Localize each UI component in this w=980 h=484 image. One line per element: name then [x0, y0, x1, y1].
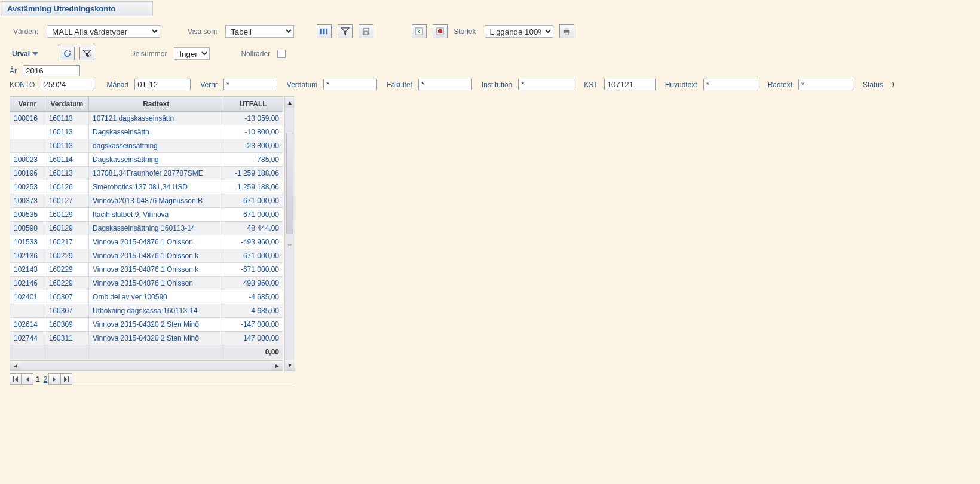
page-first-icon[interactable] — [10, 373, 22, 385]
scroll-down-icon[interactable]: ▾ — [285, 360, 295, 370]
cell-verdatum[interactable]: 160229 — [49, 279, 73, 287]
cell-vernr[interactable]: 100196 — [14, 169, 38, 177]
cell-verdatum[interactable]: 160311 — [49, 334, 73, 342]
cell-radtext[interactable]: Dagskasseinsättn — [93, 128, 149, 136]
visasom-select[interactable]: Tabell — [225, 25, 294, 38]
scroll-thumb[interactable] — [286, 133, 293, 234]
table-row[interactable]: 102136160229Vinnova 2015-04876 1 Ohlsson… — [10, 249, 283, 263]
table-row[interactable]: 160113Dagskasseinsättn-10 800,00 — [10, 125, 283, 139]
cell-radtext[interactable]: Omb del av ver 100590 — [93, 293, 167, 301]
col-verdatum[interactable]: Verdatum — [45, 97, 88, 112]
page-prev-icon[interactable] — [22, 373, 33, 385]
cell-verdatum[interactable]: 160129 — [49, 224, 73, 232]
cell-vernr[interactable]: 100535 — [14, 210, 38, 219]
cell-radtext[interactable]: Dagskasseinsättning — [93, 155, 159, 164]
cell-verdatum[interactable]: 160127 — [49, 197, 73, 205]
table-row[interactable]: 100535160129Itacih slutbet 9, Vinnova671… — [10, 208, 283, 222]
table-row[interactable]: 100023160114Dagskasseinsättning-785,00 — [10, 153, 283, 167]
cell-radtext[interactable]: Utbokning dagskassa 160113-14 — [93, 307, 197, 315]
cell-vernr[interactable]: 102143 — [14, 265, 38, 274]
export-excel-icon[interactable]: X — [412, 24, 427, 38]
table-row[interactable]: 160307Utbokning dagskassa 160113-144 685… — [10, 304, 283, 318]
huvudtext-input[interactable] — [703, 79, 758, 90]
varden-select[interactable]: MALL Alla värdetyper — [47, 25, 160, 38]
scroll-left-icon[interactable]: ◂ — [10, 361, 21, 370]
cell-radtext[interactable]: Vinnova 2015-04320 2 Sten Minö — [93, 334, 199, 342]
cell-verdatum[interactable]: 160309 — [49, 320, 73, 329]
cell-radtext[interactable]: Vinnova2013-04876 Magnusson B — [93, 197, 203, 205]
verdatum-input[interactable] — [323, 79, 377, 90]
table-row[interactable]: 100016160113107121 dagskasseinsättn-13 0… — [10, 112, 283, 125]
cell-vernr[interactable]: 102401 — [14, 293, 38, 301]
cell-verdatum[interactable]: 160229 — [49, 265, 73, 274]
vernr-input[interactable] — [223, 79, 277, 90]
cell-radtext[interactable]: Vinnova 2015-04876 1 Ohlsson k — [93, 265, 198, 274]
table-row[interactable]: 102146160229Vinnova 2015-04876 1 Ohlsson… — [10, 277, 283, 290]
table-row[interactable]: 102143160229Vinnova 2015-04876 1 Ohlsson… — [10, 263, 283, 277]
cell-verdatum[interactable]: 160113 — [49, 128, 73, 136]
columns-icon[interactable] — [317, 24, 332, 38]
cell-radtext[interactable]: Itacih slutbet 9, Vinnova — [93, 210, 169, 219]
table-row[interactable]: 102614160309Vinnova 2015-04320 2 Sten Mi… — [10, 318, 283, 332]
radtext-input[interactable] — [798, 79, 853, 90]
cell-verdatum[interactable]: 160113 — [49, 169, 73, 177]
cell-vernr[interactable]: 100253 — [14, 183, 38, 191]
cell-vernr[interactable]: 102614 — [14, 320, 38, 329]
cell-radtext[interactable]: Vinnova 2015-04320 2 Sten Minö — [93, 320, 199, 329]
table-row[interactable]: 100590160129Dagskasseinsättning 160113-1… — [10, 222, 283, 235]
cell-verdatum[interactable]: 160129 — [49, 210, 73, 219]
urval-toggle[interactable]: Urval — [10, 47, 42, 60]
table-row[interactable]: 100196160113137081,34Fraunhofer 287787SM… — [10, 167, 283, 180]
refresh-icon[interactable] — [60, 47, 75, 60]
cell-radtext[interactable]: Vinnova 2015-04876 1 Ohlsson k — [93, 252, 198, 260]
cell-vernr[interactable]: 100590 — [14, 224, 38, 232]
cell-radtext[interactable]: 137081,34Fraunhofer 287787SME — [93, 169, 203, 177]
page-last-icon[interactable] — [60, 373, 72, 385]
table-row[interactable]: 160113dagskasseinsättning-23 800,00 — [10, 139, 283, 153]
page-link-2[interactable]: 2 — [42, 375, 49, 384]
vertical-scrollbar[interactable]: ▴ ≡ ▾ — [284, 96, 295, 371]
table-row[interactable]: 102401160307Omb del av ver 100590-4 685,… — [10, 290, 283, 304]
cell-vernr[interactable]: 102146 — [14, 279, 38, 287]
col-utfall[interactable]: UTFALL — [223, 97, 283, 112]
cell-verdatum[interactable]: 160229 — [49, 252, 73, 260]
cell-vernr[interactable]: 101533 — [14, 238, 38, 246]
ar-input[interactable] — [23, 65, 80, 76]
cell-verdatum[interactable]: 160113 — [49, 142, 73, 150]
konto-input[interactable] — [41, 79, 94, 90]
cell-verdatum[interactable]: 160217 — [49, 238, 73, 246]
storlek-select[interactable]: Liggande 100% — [485, 25, 553, 38]
cell-vernr[interactable]: 102136 — [14, 252, 38, 260]
fakultet-input[interactable] — [418, 79, 472, 90]
table-row[interactable]: 102744160311Vinnova 2015-04320 2 Sten Mi… — [10, 332, 283, 345]
print-icon[interactable] — [559, 24, 574, 38]
cell-verdatum[interactable]: 160113 — [49, 114, 73, 122]
cell-verdatum[interactable]: 160114 — [49, 155, 73, 164]
cell-vernr[interactable]: 100023 — [14, 155, 38, 164]
nollrader-checkbox[interactable] — [277, 50, 286, 58]
institution-input[interactable] — [518, 79, 574, 90]
horizontal-scrollbar[interactable]: ◂ ▸ — [10, 360, 283, 371]
cell-verdatum[interactable]: 160307 — [49, 307, 73, 315]
col-vernr[interactable]: Vernr — [10, 97, 45, 112]
save-icon[interactable] — [359, 24, 373, 38]
manad-input[interactable] — [134, 79, 191, 90]
table-row[interactable]: 100253160126Smerobotics 137 081,34 USD1 … — [10, 180, 283, 194]
cell-verdatum[interactable]: 160126 — [49, 183, 73, 191]
table-row[interactable]: 100373160127Vinnova2013-04876 Magnusson … — [10, 194, 283, 208]
cell-vernr[interactable]: 100373 — [14, 197, 38, 205]
funnel-icon[interactable] — [338, 24, 353, 38]
table-row[interactable]: 101533160217Vinnova 2015-04876 1 Ohlsson… — [10, 235, 283, 249]
kst-input[interactable] — [604, 79, 656, 90]
col-radtext[interactable]: Radtext — [89, 97, 223, 112]
delsummor-select[interactable]: Ingen — [174, 47, 210, 60]
funnel-clear-icon[interactable] — [79, 47, 94, 60]
cell-radtext[interactable]: Vinnova 2015-04876 1 Ohlsson — [93, 238, 193, 246]
scroll-up-icon[interactable]: ▴ — [285, 97, 295, 108]
cell-radtext[interactable]: Vinnova 2015-04876 1 Ohlsson — [93, 279, 193, 287]
cell-radtext[interactable]: dagskasseinsättning — [93, 142, 158, 150]
cell-radtext[interactable]: 107121 dagskasseinsättn — [93, 114, 174, 122]
cell-vernr[interactable]: 100016 — [14, 114, 38, 122]
cell-radtext[interactable]: Smerobotics 137 081,34 USD — [93, 183, 188, 191]
cell-radtext[interactable]: Dagskasseinsättning 160113-14 — [93, 224, 195, 232]
